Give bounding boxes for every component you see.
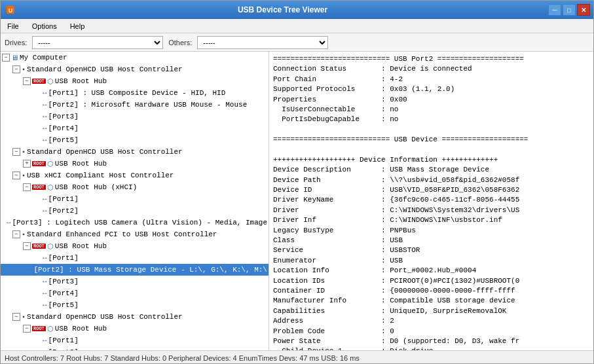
menu-bar: FileOptionsHelp bbox=[1, 19, 593, 33]
tree-item-label: Standard Enhanced PCI to USB Host Contro… bbox=[27, 230, 217, 238]
tree-item-port1-4[interactable]: ↔[Port4] bbox=[1, 122, 269, 134]
host-icon: ▪ bbox=[22, 172, 26, 179]
tree-item-host3[interactable]: −▪USB xHCI Compliant Host Controller bbox=[1, 170, 269, 181]
others-label: Others: bbox=[168, 39, 192, 46]
root-badge: ROOT bbox=[32, 244, 46, 249]
usb-icon: ↔ bbox=[7, 219, 11, 227]
tree-item-roothub5[interactable]: −ROOT⬡USB Root Hub bbox=[1, 323, 269, 335]
tree-item-port4-2[interactable]: ↔[Port2] : USB Mass Storage Device - L:\… bbox=[1, 264, 269, 276]
expand-icon[interactable]: − bbox=[23, 183, 31, 191]
detail-text: =========================== USB Port2 ==… bbox=[270, 53, 592, 350]
tree-item-port5-2[interactable]: ↔[Port2] bbox=[1, 346, 269, 350]
tree-item-port3-2[interactable]: ↔[Port2] bbox=[1, 205, 269, 217]
tree-item-host2[interactable]: −▪Standard OpenHCD USB Host Controller bbox=[1, 146, 269, 158]
status-text: Host Controllers: 7 Root Hubs: 7 Standar… bbox=[5, 354, 360, 362]
tree-item-roothub4[interactable]: −ROOT⬡USB Root Hub bbox=[1, 240, 269, 252]
usb-icon: ↔ bbox=[43, 278, 47, 285]
expand-icon[interactable]: − bbox=[12, 172, 20, 179]
root-badge: ROOT bbox=[32, 185, 46, 190]
tree-item-port4-1[interactable]: ↔[Port1] bbox=[1, 252, 269, 264]
tree-item-label: [Port3] bbox=[48, 278, 79, 285]
title-bar: U USB Device Tree Viewer ─ □ ✕ bbox=[1, 1, 593, 19]
tree-item-label: Standard OpenHCD USB Host Controller bbox=[27, 313, 183, 321]
root-badge: ROOT bbox=[32, 326, 46, 331]
tree-item-label: USB Root Hub bbox=[55, 160, 107, 168]
hub-icon: ⬡ bbox=[47, 325, 54, 333]
usb-icon: ↔ bbox=[43, 301, 47, 309]
tree-item-port4-4[interactable]: ↔[Port4] bbox=[1, 287, 269, 299]
tree-item-host1[interactable]: −▪Standard OpenHCD USB Host Controller bbox=[1, 64, 269, 75]
root-badge: ROOT bbox=[32, 161, 46, 166]
expand-icon[interactable]: − bbox=[12, 313, 20, 321]
tree-item-label: USB Root Hub bbox=[55, 242, 107, 250]
app-icon: U bbox=[4, 4, 17, 16]
menu-item-help[interactable]: Help bbox=[66, 21, 89, 31]
tree-item-label: [Port5] bbox=[48, 301, 79, 309]
expand-icon[interactable]: − bbox=[23, 77, 31, 85]
others-select[interactable]: ----- bbox=[197, 36, 328, 49]
tree-item-roothub1[interactable]: −ROOT⬡USB Root Hub bbox=[1, 75, 269, 87]
expand-icon[interactable]: − bbox=[12, 230, 20, 238]
main-content: −🖥My Computer−▪Standard OpenHCD USB Host… bbox=[1, 52, 593, 350]
status-bar: Host Controllers: 7 Root Hubs: 7 Standar… bbox=[1, 350, 593, 364]
tree-item-label: [Port1] bbox=[48, 195, 79, 203]
tree-item-label: [Port1] bbox=[48, 337, 79, 344]
minimize-button[interactable]: ─ bbox=[548, 4, 561, 16]
hub-icon: ⬡ bbox=[47, 242, 54, 251]
tree-item-host4[interactable]: −▪Standard Enhanced PCI to USB Host Cont… bbox=[1, 228, 269, 240]
usb-icon: ↔ bbox=[43, 289, 47, 297]
tree-item-mycomputer[interactable]: −🖥My Computer bbox=[1, 52, 269, 64]
expand-icon[interactable]: − bbox=[12, 65, 20, 73]
usb-icon: ↔ bbox=[28, 266, 33, 274]
tree-item-port4-5[interactable]: ↔[Port5] bbox=[1, 299, 269, 311]
tree-panel[interactable]: −🖥My Computer−▪Standard OpenHCD USB Host… bbox=[1, 52, 269, 350]
host-icon: ▪ bbox=[22, 314, 26, 321]
tree-item-label: Standard OpenHCD USB Host Controller bbox=[27, 65, 183, 73]
tree-item-port3-1[interactable]: ↔[Port1] bbox=[1, 193, 269, 205]
tree-item-port5-1[interactable]: ↔[Port1] bbox=[1, 335, 269, 346]
menu-item-options[interactable]: Options bbox=[28, 21, 61, 31]
tree-item-port1-3[interactable]: ↔[Port3] bbox=[1, 111, 269, 122]
window-controls: ─ □ ✕ bbox=[548, 4, 590, 16]
tree-item-label: [Port3] : Logitech USB Camera (Ultra Vis… bbox=[12, 219, 267, 227]
tree-item-port3-3[interactable]: ↔[Port3] : Logitech USB Camera (Ultra Vi… bbox=[1, 217, 269, 228]
hub-icon: ⬡ bbox=[47, 77, 54, 86]
tree-item-host5[interactable]: −▪Standard OpenHCD USB Host Controller bbox=[1, 311, 269, 323]
tree-item-label: [Port3] bbox=[48, 113, 79, 120]
tree-item-label: USB Root Hub (xHCI) bbox=[55, 183, 137, 191]
tree-item-label: [Port1] : USB Composite Device - HID, HI… bbox=[48, 89, 226, 97]
usb-icon: ↔ bbox=[43, 254, 47, 262]
tree-item-label: [Port1] bbox=[48, 254, 79, 262]
expand-icon[interactable]: − bbox=[2, 54, 10, 62]
usb-icon: ↔ bbox=[43, 337, 47, 344]
menu-item-file[interactable]: File bbox=[3, 21, 23, 31]
close-button[interactable]: ✕ bbox=[577, 4, 590, 16]
tree-item-label: [Port2] bbox=[48, 348, 79, 350]
expand-icon[interactable]: − bbox=[12, 148, 20, 156]
usb-icon: ↔ bbox=[43, 89, 47, 97]
tree-item-port4-3[interactable]: ↔[Port3] bbox=[1, 276, 269, 287]
toolbar: Drives: ----- Others: ----- bbox=[1, 33, 593, 52]
usb-icon: ↔ bbox=[43, 113, 47, 120]
tree-item-label: [Port2] : Microsoft Hardware USB Mouse -… bbox=[48, 101, 248, 109]
detail-panel: =========================== USB Port2 ==… bbox=[269, 52, 593, 350]
usb-icon: ↔ bbox=[43, 124, 47, 132]
tree-item-label: Standard OpenHCD USB Host Controller bbox=[27, 148, 183, 156]
expand-icon[interactable]: + bbox=[23, 160, 31, 168]
expand-icon[interactable]: − bbox=[23, 325, 31, 333]
drives-select[interactable]: ----- bbox=[32, 36, 163, 49]
tree-item-label: [Port2] bbox=[48, 207, 79, 215]
hub-icon: ⬡ bbox=[47, 160, 54, 168]
drives-label: Drives: bbox=[5, 39, 27, 46]
tree-item-port1-1[interactable]: ↔[Port1] : USB Composite Device - HID, H… bbox=[1, 87, 269, 99]
tree-item-label: USB Root Hub bbox=[55, 325, 107, 333]
maximize-button[interactable]: □ bbox=[563, 4, 576, 16]
usb-icon: ↔ bbox=[43, 101, 47, 109]
expand-icon[interactable]: − bbox=[23, 242, 31, 250]
tree-item-port1-5[interactable]: ↔[Port5] bbox=[1, 134, 269, 146]
tree-item-label: [Port2] : USB Mass Storage Device - L:\,… bbox=[34, 266, 267, 274]
tree-item-roothub2[interactable]: +ROOT⬡USB Root Hub bbox=[1, 158, 269, 170]
tree-item-port1-2[interactable]: ↔[Port2] : Microsoft Hardware USB Mouse … bbox=[1, 99, 269, 111]
usb-icon: ↔ bbox=[43, 195, 47, 203]
tree-item-roothub3[interactable]: −ROOT⬡USB Root Hub (xHCI) bbox=[1, 181, 269, 193]
